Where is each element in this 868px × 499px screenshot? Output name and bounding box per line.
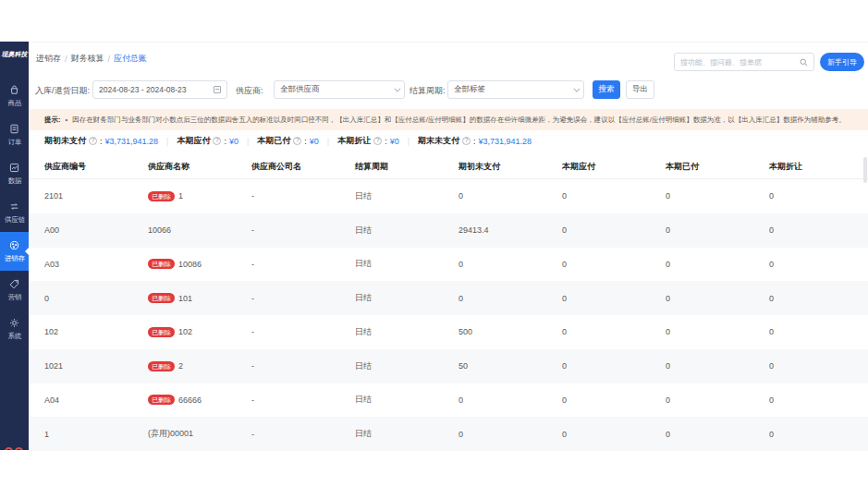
supplier-name: (弃用)00001 <box>148 428 193 440</box>
table-row[interactable]: 0已删除101-日结0000 <box>29 281 868 315</box>
table-scrollbar[interactable] <box>863 157 867 183</box>
app-window: 现奥科技 商品订单数据供应链进销存营销系统 进销存 / 财务核算 / 应付总账 … <box>0 42 868 450</box>
cell-payable: 0 <box>562 260 666 269</box>
cell-opening: 29413.4 <box>458 225 562 235</box>
supplier-name: 10066 <box>148 225 171 235</box>
breadcrumb-current: 应付总账 <box>114 53 147 65</box>
column-header[interactable]: 供应商名称 <box>148 161 251 173</box>
cell-discount: 0 <box>769 396 868 405</box>
cell-discount: 0 <box>769 430 868 439</box>
column-header[interactable]: 本期折让 <box>769 161 868 173</box>
cell-company: - <box>251 294 355 303</box>
sidebar-item-inventory[interactable]: 进销存 <box>0 232 29 271</box>
deleted-badge: 已删除 <box>148 395 175 405</box>
sidebar: 现奥科技 商品订单数据供应链进销存营销系统 <box>0 42 29 450</box>
global-search-input[interactable] <box>680 58 800 67</box>
cycle-select[interactable]: 全部标签 <box>447 80 584 99</box>
breadcrumb-item[interactable]: 进销存 <box>36 53 61 65</box>
beginner-guide-button[interactable]: 新手引导 <box>820 53 864 71</box>
cell-company: - <box>251 191 355 201</box>
breadcrumb-separator: / <box>108 55 111 64</box>
bullet-icon: • <box>66 116 68 124</box>
help-icon[interactable] <box>89 137 97 145</box>
help-icon[interactable] <box>462 137 471 145</box>
column-header[interactable]: 本期已付 <box>666 161 769 173</box>
column-header[interactable]: 供应商编号 <box>44 161 148 173</box>
filter-bar: 入库/退货日期: 2024-08-23 - 2024-08-23 供应商: 全部… <box>29 80 868 101</box>
table-row[interactable]: 1021已删除2-日结50000 <box>29 349 868 383</box>
supplier-name: 101 <box>178 294 192 303</box>
column-header[interactable]: 本期应付 <box>562 161 666 173</box>
summary-item: 本期应付:¥0 <box>177 135 238 147</box>
cell-discount: 0 <box>769 260 868 269</box>
summary-item: 期初未支付:¥3,731,941.28 <box>44 135 158 147</box>
table-row[interactable]: 2101已删除1-日结0000 <box>29 179 868 213</box>
deleted-badge: 已删除 <box>148 327 175 337</box>
summary-bar: 期初未支付:¥3,731,941.28|本期应付:¥0|本期已付:¥0|本期折让… <box>44 135 868 147</box>
cell-cycle: 日结 <box>355 258 458 270</box>
inventory-icon <box>8 239 20 251</box>
summary-item: 本期折让:¥0 <box>337 135 399 147</box>
search-icon[interactable] <box>800 58 808 67</box>
chart-icon <box>8 162 20 174</box>
sidebar-item-orders[interactable]: 订单 <box>0 116 29 154</box>
cell-payable: 0 <box>562 430 666 439</box>
cell-opening: 500 <box>458 327 562 336</box>
cell-payable: 0 <box>562 191 666 201</box>
sidebar-item-data[interactable]: 数据 <box>0 154 29 193</box>
sidebar-item-system[interactable]: 系统 <box>0 310 29 348</box>
cycle-select-value: 全部标签 <box>454 84 573 95</box>
cell-opening: 0 <box>458 294 562 303</box>
payable-table: 供应商编号供应商名称供应商公司名结算周期期初未支付本期应付本期已付本期折让 21… <box>29 155 868 450</box>
date-range-input[interactable]: 2024-08-23 - 2024-08-23 <box>92 80 227 99</box>
cell-payable: 0 <box>562 294 666 303</box>
cycle-filter-label: 结算周期: <box>410 85 446 97</box>
help-icon[interactable] <box>373 137 382 145</box>
help-icon[interactable] <box>293 137 301 145</box>
sidebar-item-label: 商品 <box>7 98 21 107</box>
sidebar-item-goods[interactable]: 商品 <box>0 77 29 116</box>
column-header[interactable]: 结算周期 <box>355 161 458 173</box>
cell-discount: 0 <box>769 191 868 201</box>
table-body: 2101已删除1-日结0000A0010066-日结29413.4000A03已… <box>29 179 868 451</box>
sidebar-item-marketing[interactable]: 营销 <box>0 271 29 310</box>
cell-name: (弃用)00001 <box>148 428 251 440</box>
partial-bottom-icon <box>5 447 23 450</box>
search-button[interactable]: 搜索 <box>593 80 620 99</box>
summary-item: 本期已付:¥0 <box>257 135 319 147</box>
breadcrumb: 进销存 / 财务核算 / 应付总账 <box>36 53 147 65</box>
cell-cycle: 日结 <box>355 225 458 237</box>
cell-cycle: 日结 <box>355 394 458 406</box>
supplier-select[interactable]: 全部供应商 <box>274 80 405 99</box>
summary-value: ¥3,731,941.28 <box>479 137 532 146</box>
cell-paid: 0 <box>666 225 769 235</box>
cell-name: 已删除102 <box>148 327 251 337</box>
cell-payable: 0 <box>562 327 666 336</box>
table-row[interactable]: A04已删除66666-日结0000 <box>29 383 868 418</box>
table-row[interactable]: 1(弃用)00001-日结0000 <box>29 417 868 451</box>
app-logo: 现奥科技 <box>0 50 29 59</box>
table-row[interactable]: 102已删除102-日结500000 <box>29 315 868 349</box>
summary-colon: : <box>100 137 103 146</box>
table-row[interactable]: A03已删除10086-日结0000 <box>29 248 868 282</box>
help-icon[interactable] <box>213 137 221 145</box>
export-button[interactable]: 导出 <box>626 80 654 99</box>
column-header[interactable]: 供应商公司名 <box>251 161 355 173</box>
summary-item: 期末未支付:¥3,731,941.28 <box>418 135 532 147</box>
cell-code: 0 <box>44 294 148 303</box>
breadcrumb-item[interactable]: 财务核算 <box>71 53 104 65</box>
column-header[interactable]: 期初未支付 <box>458 161 562 173</box>
summary-colon: : <box>473 137 476 146</box>
summary-separator: | <box>166 137 168 146</box>
cell-code: A03 <box>44 260 148 269</box>
table-row[interactable]: A0010066-日结29413.4000 <box>29 213 868 248</box>
supply-icon <box>8 201 20 213</box>
notice-text: 因存在财务部门与业务部门对小数点后三位的数据四舍五入的标准以及时间口径不同，【出… <box>72 116 846 125</box>
global-search[interactable] <box>674 53 814 71</box>
sidebar-item-supply[interactable]: 供应链 <box>0 193 29 232</box>
cell-name: 10066 <box>148 225 251 235</box>
supplier-name: 10086 <box>178 260 202 269</box>
gear-icon <box>8 317 20 329</box>
cell-paid: 0 <box>666 430 769 439</box>
summary-separator: | <box>408 137 410 146</box>
